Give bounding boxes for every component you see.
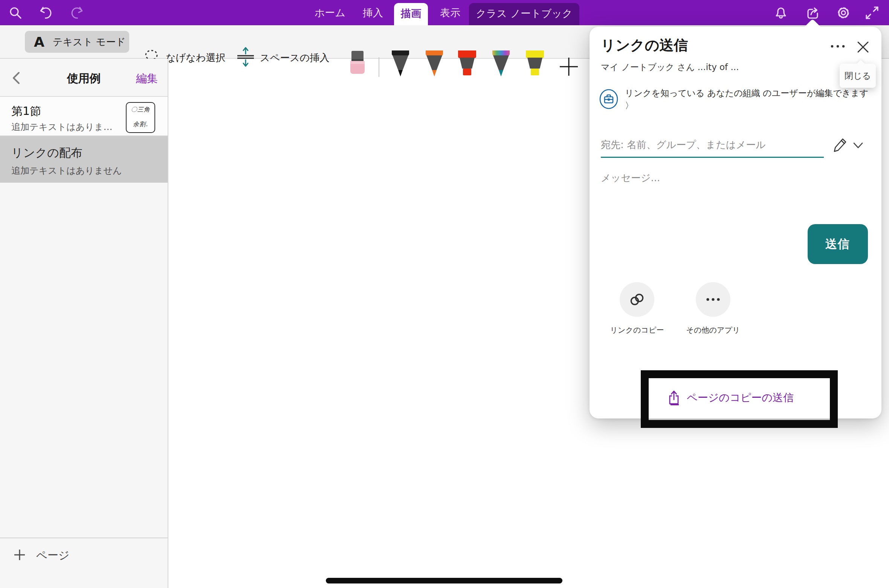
edit-button[interactable]: 編集 (136, 71, 158, 86)
toolbar-divider (379, 57, 379, 77)
red-marker-tool-icon[interactable] (458, 50, 477, 77)
settings-gear-icon[interactable] (836, 5, 851, 21)
sidebar-header: 使用例 編集 (0, 59, 168, 97)
lasso-select-label: なげなわ選択 (166, 51, 225, 64)
notifications-bell-icon[interactable] (773, 5, 789, 21)
more-apps-label: その他のアプリ (675, 325, 751, 335)
tab-class-notebook[interactable]: クラス ノートブック (469, 3, 579, 25)
link-permission-row[interactable]: リンクを知っている あなたの組織 のユーザーが編集できます 〉 (599, 87, 870, 112)
page-list-item-selected[interactable]: リンクの配布 追加テキストはありません (0, 136, 168, 183)
page-list-item[interactable]: 第1節 追加テキストはありま… 〇三角 余割. (0, 97, 168, 136)
send-link-dialog: リンクの送信 マイ ノートブック さん ...ity of ... リンクを知っ… (590, 27, 881, 418)
onenote-app: ホーム 挿入 描画 表示 クラス ノートブック A テキスト モード なげなわ選… (0, 0, 889, 588)
page-title: リンクの配布 (11, 145, 82, 161)
insert-space-label: スペースの挿入 (260, 51, 329, 64)
undo-icon[interactable] (38, 5, 53, 21)
sidebar-footer: ページ (0, 538, 168, 588)
insert-space-button[interactable]: スペースの挿入 (236, 46, 329, 69)
ellipsis-icon (703, 290, 723, 309)
text-mode-label: テキスト モード (53, 35, 126, 49)
page-list-sidebar: 使用例 編集 第1節 追加テキストはありま… 〇三角 余割. リンクの配布 追加… (0, 59, 168, 588)
highlight-annotation-rectangle (641, 370, 838, 428)
add-page-button[interactable]: ページ (14, 548, 69, 563)
black-pen-tool-icon[interactable] (391, 50, 410, 77)
notebook-name-subtitle: マイ ノートブック さん ...ity of ... (601, 61, 739, 73)
message-input[interactable] (601, 172, 849, 183)
page-thumbnail: 〇三角 余割. (126, 102, 155, 133)
message-field[interactable] (601, 172, 849, 183)
page-subtitle: 追加テキストはありません (11, 165, 122, 177)
text-mode-button[interactable]: A テキスト モード (25, 31, 129, 53)
add-pen-button[interactable] (557, 50, 581, 83)
organization-briefcase-icon (599, 89, 619, 110)
close-icon[interactable] (855, 40, 871, 55)
page-title: 第1節 (11, 104, 41, 119)
eraser-tool-icon[interactable] (350, 51, 365, 75)
tab-view[interactable]: 表示 (435, 0, 465, 25)
tooltip-label: 閉じる (845, 70, 871, 82)
search-icon[interactable] (8, 5, 23, 21)
share-icon[interactable] (805, 5, 820, 21)
send-button[interactable]: 送信 (808, 224, 868, 264)
recipient-input[interactable] (601, 139, 824, 150)
insert-space-icon (236, 46, 255, 69)
text-mode-a-icon: A (34, 34, 44, 50)
home-indicator-bar[interactable] (326, 578, 562, 583)
orange-pen-tool-icon[interactable] (425, 50, 444, 77)
edit-permission-pencil-icon[interactable] (832, 137, 849, 153)
yellow-highlighter-tool-icon[interactable] (525, 50, 544, 77)
fullscreen-expand-icon[interactable] (864, 5, 880, 21)
copy-link-label: リンクのコピー (599, 325, 675, 335)
send-button-label: 送信 (825, 236, 850, 252)
galaxy-pen-tool-icon[interactable] (492, 50, 510, 77)
redo-icon[interactable] (69, 5, 85, 21)
chevron-down-icon[interactable] (852, 141, 864, 150)
top-bar: ホーム 挿入 描画 表示 クラス ノートブック (0, 0, 889, 25)
more-options-icon[interactable] (829, 40, 846, 52)
thumbnail-handwriting: 余割. (127, 121, 154, 128)
link-permission-text: リンクを知っている あなたの組織 のユーザーが編集できます 〉 (625, 87, 869, 112)
tab-home[interactable]: ホーム (312, 0, 348, 25)
recipient-field[interactable] (601, 128, 824, 158)
copy-link-button[interactable] (620, 282, 654, 317)
thumbnail-handwriting: 〇三角 (127, 106, 154, 114)
more-apps-button[interactable] (696, 282, 730, 317)
tab-draw-selected[interactable]: 描画 (394, 3, 428, 25)
close-tooltip: 閉じる (840, 64, 876, 88)
add-page-label: ページ (36, 548, 69, 563)
page-subtitle: 追加テキストはありま… (11, 121, 113, 133)
plus-icon (14, 549, 26, 562)
link-icon (627, 290, 647, 309)
dialog-title: リンクの送信 (601, 36, 688, 55)
tab-insert[interactable]: 挿入 (357, 0, 388, 25)
